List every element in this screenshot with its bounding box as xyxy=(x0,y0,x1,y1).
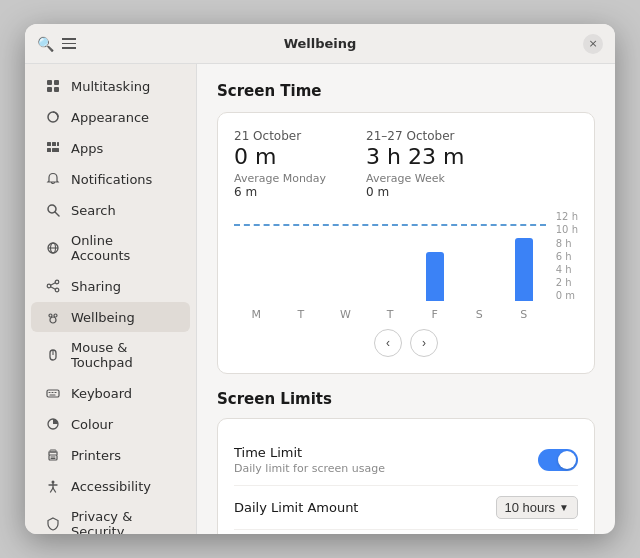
grid-0m: 0 m xyxy=(556,290,578,301)
grid-12h: 12 h xyxy=(556,211,578,222)
settings-window: 🔍 Wellbeing × Multitasking xyxy=(25,24,615,534)
apps-icon xyxy=(45,140,61,156)
sidebar-item-printers[interactable]: Printers xyxy=(31,440,190,470)
sidebar-item-apps[interactable]: Apps xyxy=(31,133,190,163)
sidebar-item-wellbeing[interactable]: Wellbeing xyxy=(31,302,190,332)
daily-limit-label: Daily Limit Amount xyxy=(234,500,358,515)
period2-date: 21–27 October xyxy=(366,129,464,143)
sidebar-label-privacy-security: Privacy & Security xyxy=(71,509,176,534)
screen-time-header: 21 October 0 m Average Monday 6 m 21–27 … xyxy=(234,129,578,199)
period2-block: 21–27 October 3 h 23 m Average Week 0 m xyxy=(366,129,464,199)
sidebar-item-mouse-touchpad[interactable]: Mouse & Touchpad xyxy=(31,333,190,377)
sidebar-label-multitasking: Multitasking xyxy=(71,79,150,94)
day-saturday: S xyxy=(457,308,502,321)
wellbeing-icon xyxy=(45,309,61,325)
svg-line-19 xyxy=(51,287,56,289)
daily-limit-dropdown[interactable]: 10 hours ▼ xyxy=(496,496,579,519)
svg-rect-9 xyxy=(52,148,59,152)
appearance-icon xyxy=(45,109,61,125)
bar-sunday xyxy=(501,211,546,301)
day-sunday: S xyxy=(501,308,546,321)
bar-tuesday xyxy=(279,211,324,301)
period1-avg-value: 6 m xyxy=(234,185,326,199)
svg-rect-7 xyxy=(57,142,59,146)
bar-monday xyxy=(234,211,279,301)
svg-rect-2 xyxy=(47,87,52,92)
svg-point-21 xyxy=(49,314,52,317)
sidebar-item-search[interactable]: Search xyxy=(31,195,190,225)
sidebar-item-sharing[interactable]: Sharing xyxy=(31,271,190,301)
prev-week-button[interactable]: ‹ xyxy=(374,329,402,357)
svg-point-22 xyxy=(54,314,57,317)
sidebar-label-printers: Printers xyxy=(71,448,121,463)
titlebar: 🔍 Wellbeing × xyxy=(25,24,615,64)
svg-line-18 xyxy=(51,283,56,285)
hamburger-menu-icon[interactable] xyxy=(62,38,76,49)
daily-limit-amount-row: Daily Limit Amount 10 hours ▼ xyxy=(234,486,578,530)
online-accounts-icon xyxy=(45,240,61,256)
chart-grid-labels: 12 h 10 h 8 h 6 h 4 h 2 h 0 m xyxy=(556,211,578,301)
time-limit-sublabel: Daily limit for screen usage xyxy=(234,462,385,475)
sidebar-item-multitasking[interactable]: Multitasking xyxy=(31,71,190,101)
svg-point-17 xyxy=(55,288,59,292)
period1-date: 21 October xyxy=(234,129,326,143)
daily-limit-info: Daily Limit Amount xyxy=(234,500,358,515)
svg-rect-6 xyxy=(52,142,56,146)
bar-wednesday xyxy=(323,211,368,301)
day-wednesday: W xyxy=(323,308,368,321)
grid-10h: 10 h xyxy=(556,224,578,235)
titlebar-left: 🔍 xyxy=(37,36,76,52)
sidebar-item-colour[interactable]: Colour xyxy=(31,409,190,439)
daily-limit-value: 10 hours xyxy=(505,500,556,515)
svg-point-16 xyxy=(47,284,51,288)
day-monday: M xyxy=(234,308,279,321)
period2-value: 3 h 23 m xyxy=(366,145,464,169)
sidebar-item-appearance[interactable]: Appearance xyxy=(31,102,190,132)
period2-avg-value: 0 m xyxy=(366,185,464,199)
time-limit-label: Time Limit xyxy=(234,445,385,460)
sidebar-label-appearance: Appearance xyxy=(71,110,149,125)
grayscale-row: Grayscale Makes the screen black and whi… xyxy=(234,530,578,534)
sidebar-item-accessibility[interactable]: Accessibility xyxy=(31,471,190,501)
sidebar-label-sharing: Sharing xyxy=(71,279,121,294)
sidebar-item-keyboard[interactable]: Keyboard xyxy=(31,378,190,408)
window-content: Multitasking Appearance Apps xyxy=(25,64,615,534)
main-content: Screen Time 21 October 0 m Average Monda… xyxy=(197,64,615,534)
sidebar-label-notifications: Notifications xyxy=(71,172,152,187)
sidebar-item-online-accounts[interactable]: Online Accounts xyxy=(31,226,190,270)
multitasking-icon xyxy=(45,78,61,94)
sidebar-label-mouse-touchpad: Mouse & Touchpad xyxy=(71,340,176,370)
sharing-icon xyxy=(45,278,61,294)
bar-friday xyxy=(412,211,457,301)
sidebar-item-privacy-security[interactable]: Privacy & Security xyxy=(31,502,190,534)
day-tuesday: T xyxy=(279,308,324,321)
svg-line-39 xyxy=(53,488,56,492)
screen-time-card: 21 October 0 m Average Monday 6 m 21–27 … xyxy=(217,112,595,374)
time-limit-toggle[interactable] xyxy=(538,449,578,471)
screen-limits-card: Time Limit Daily limit for screen usage … xyxy=(217,418,595,534)
sidebar-label-wellbeing: Wellbeing xyxy=(71,310,135,325)
period1-avg-label: Average Monday xyxy=(234,172,326,185)
colour-icon xyxy=(45,416,61,432)
svg-line-11 xyxy=(55,212,59,216)
close-button[interactable]: × xyxy=(583,34,603,54)
search-icon[interactable]: 🔍 xyxy=(37,36,54,52)
svg-rect-5 xyxy=(47,142,51,146)
grid-6h: 6 h xyxy=(556,251,578,262)
svg-rect-8 xyxy=(47,148,51,152)
svg-rect-25 xyxy=(47,390,59,397)
privacy-icon xyxy=(45,516,61,532)
bar-thursday xyxy=(368,211,413,301)
printer-icon xyxy=(45,447,61,463)
sidebar-item-notifications[interactable]: Notifications xyxy=(31,164,190,194)
sidebar-label-accessibility: Accessibility xyxy=(71,479,151,494)
svg-point-15 xyxy=(55,280,59,284)
day-friday: F xyxy=(412,308,457,321)
next-week-button[interactable]: › xyxy=(410,329,438,357)
time-limit-info: Time Limit Daily limit for screen usage xyxy=(234,445,385,475)
day-thursday: T xyxy=(368,308,413,321)
chart-bars xyxy=(234,211,546,301)
grid-4h: 4 h xyxy=(556,264,578,275)
svg-point-20 xyxy=(50,317,56,323)
period1-value: 0 m xyxy=(234,145,326,169)
